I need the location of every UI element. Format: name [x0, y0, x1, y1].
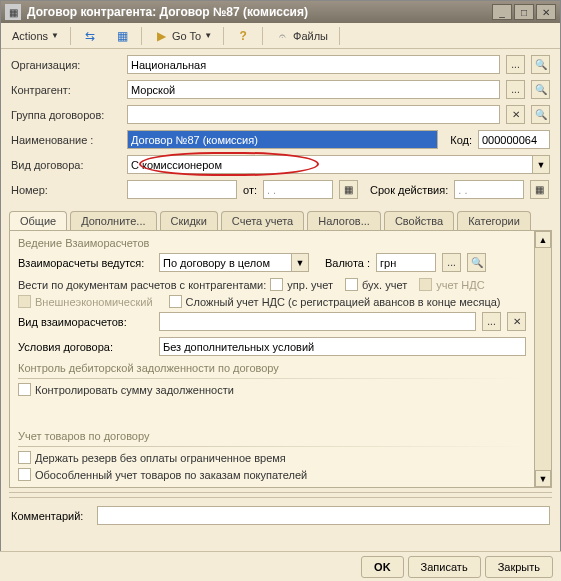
tab-tax[interactable]: Налогов...: [307, 211, 381, 230]
validity-date-field[interactable]: . .: [454, 180, 524, 199]
footer: OK Записать Закрыть: [0, 551, 561, 581]
nds-label: учет НДС: [436, 279, 484, 291]
from-date-value: . .: [267, 184, 276, 196]
from-date-field[interactable]: . .: [263, 180, 333, 199]
kind-label: Вид взаиморасчетов:: [18, 316, 153, 328]
currency-lookup[interactable]: 🔍: [467, 253, 486, 272]
name-label: Наименование :: [11, 134, 121, 146]
kind-clear[interactable]: ✕: [507, 312, 526, 331]
magnifier-icon: 🔍: [535, 109, 547, 120]
goto-icon: ▶: [153, 28, 169, 44]
toolbar: Actions ▼ ⇆ ▦ ▶ Go To ▼ ? 𝄐 Файлы: [1, 23, 560, 49]
counterparty-lookup[interactable]: 🔍: [531, 80, 550, 99]
maximize-button[interactable]: □: [514, 4, 534, 20]
separator: [339, 27, 340, 45]
tab-general[interactable]: Общие: [9, 211, 67, 230]
group-clear[interactable]: ✕: [506, 105, 525, 124]
checkbox-control-debt[interactable]: [18, 383, 31, 396]
contract-type-dropdown[interactable]: С комиссионером ▼: [127, 155, 550, 174]
tab-categories[interactable]: Категории: [457, 211, 531, 230]
scroll-down-button[interactable]: ▼: [535, 470, 551, 487]
separator: [262, 27, 263, 45]
magnifier-icon: 🔍: [471, 257, 483, 268]
conditions-label: Условия договора:: [18, 341, 153, 353]
save-button[interactable]: Записать: [408, 556, 481, 578]
from-date-picker[interactable]: ▦: [339, 180, 358, 199]
ok-button[interactable]: OK: [361, 556, 404, 578]
help-button[interactable]: ?: [228, 26, 258, 46]
code-field[interactable]: 000000064: [478, 130, 550, 149]
organization-lookup[interactable]: 🔍: [531, 55, 550, 74]
complex-nds-label: Сложный учет НДС (с регистрацией авансов…: [186, 296, 501, 308]
tool-icon-1[interactable]: ⇆: [75, 26, 105, 46]
chevron-down-icon[interactable]: ▼: [532, 156, 549, 173]
reserve-label: Держать резерв без оплаты ограниченное в…: [35, 452, 286, 464]
counterparty-value: Морской: [131, 84, 175, 96]
arrow-icon: ⇆: [82, 28, 98, 44]
paperclip-icon: 𝄐: [274, 28, 290, 44]
close-button[interactable]: Закрыть: [485, 556, 553, 578]
number-field[interactable]: [127, 180, 237, 199]
mutual-dropdown[interactable]: По договору в целом ▼: [159, 253, 309, 272]
organization-label: Организация:: [11, 59, 121, 71]
tab-bar: Общие Дополните... Скидки Счета учета На…: [1, 211, 560, 230]
kind-ellipsis[interactable]: ...: [482, 312, 501, 331]
goto-menu[interactable]: ▶ Go To ▼: [146, 26, 219, 46]
grid-icon: ▦: [114, 28, 130, 44]
group-label: Группа договоров:: [11, 109, 121, 121]
currency-ellipsis[interactable]: ...: [442, 253, 461, 272]
scroll-up-button[interactable]: ▲: [535, 231, 551, 248]
tab-additional[interactable]: Дополните...: [70, 211, 156, 230]
comment-label: Комментарий:: [11, 510, 91, 522]
tab-properties[interactable]: Свойства: [384, 211, 454, 230]
group-lookup[interactable]: 🔍: [531, 105, 550, 124]
checkbox-reserve[interactable]: [18, 451, 31, 464]
kind-field[interactable]: [159, 312, 476, 331]
conditions-dropdown[interactable]: Без дополнительных условий: [159, 337, 526, 356]
organization-ellipsis[interactable]: ...: [506, 55, 525, 74]
checkbox-separate[interactable]: [18, 468, 31, 481]
conditions-value: Без дополнительных условий: [160, 341, 525, 353]
comment-field[interactable]: [97, 506, 550, 525]
buh-label: бух. учет: [362, 279, 407, 291]
tool-icon-2[interactable]: ▦: [107, 26, 137, 46]
tab-accounts[interactable]: Счета учета: [221, 211, 304, 230]
app-icon: ▦: [5, 4, 21, 20]
checkbox-complex-nds[interactable]: [169, 295, 182, 308]
goto-label: Go To: [172, 30, 201, 42]
close-label: Закрыть: [498, 561, 540, 573]
chevron-down-icon[interactable]: ▼: [291, 254, 308, 271]
splitter[interactable]: [9, 492, 552, 498]
magnifier-icon: 🔍: [535, 84, 547, 95]
validity-date-picker[interactable]: ▦: [530, 180, 549, 199]
currency-label: Валюта :: [325, 257, 370, 269]
tab-discounts[interactable]: Скидки: [160, 211, 218, 230]
actions-label: Actions: [12, 30, 48, 42]
actions-menu[interactable]: Actions ▼: [5, 26, 66, 46]
counterparty-field[interactable]: Морской: [127, 80, 500, 99]
separator: [70, 27, 71, 45]
form-area: Организация: Национальная ... 🔍 Контраге…: [1, 49, 560, 207]
files-button[interactable]: 𝄐 Файлы: [267, 26, 335, 46]
group-field[interactable]: [127, 105, 500, 124]
foreign-label: Внешнеэкономический: [35, 296, 153, 308]
section-goods: Учет товаров по договору: [18, 430, 526, 442]
checkbox-nds: [419, 278, 432, 291]
contract-type-value: С комиссионером: [128, 159, 532, 171]
close-window-button[interactable]: ✕: [536, 4, 556, 20]
counterparty-ellipsis[interactable]: ...: [506, 80, 525, 99]
scroll-track[interactable]: [535, 248, 551, 470]
number-label: Номер:: [11, 184, 121, 196]
checkbox-buh[interactable]: [345, 278, 358, 291]
mutual-label: Взаиморасчеты ведутся:: [18, 257, 153, 269]
organization-field[interactable]: Национальная: [127, 55, 500, 74]
scrollbar[interactable]: ▲ ▼: [534, 231, 551, 487]
tab-panel-general: ведение взаиморасчетов Взаиморасчеты вед…: [9, 230, 552, 488]
magnifier-icon: 🔍: [535, 59, 547, 70]
control-debt-label: Контролировать сумму задолженности: [35, 384, 234, 396]
checkbox-upr[interactable]: [270, 278, 283, 291]
minimize-button[interactable]: _: [492, 4, 512, 20]
currency-field[interactable]: грн: [376, 253, 436, 272]
save-label: Записать: [421, 561, 468, 573]
name-field[interactable]: Договор №87 (комиссия): [127, 130, 438, 149]
